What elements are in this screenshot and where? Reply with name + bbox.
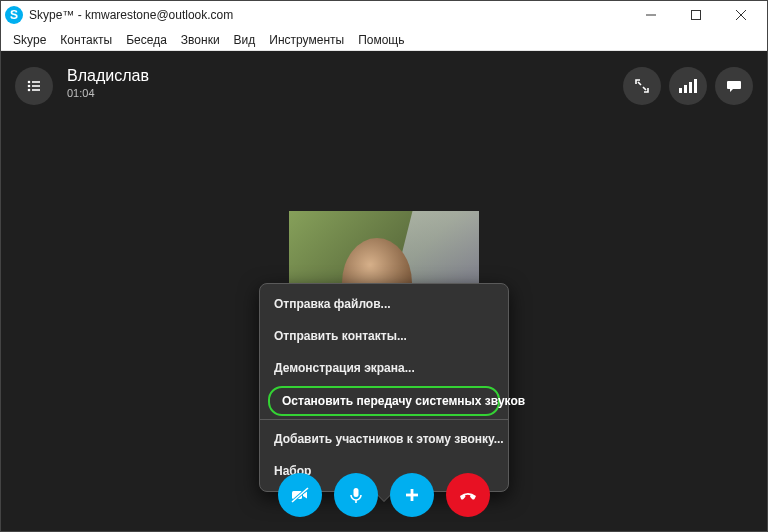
skype-logo-icon: S [5, 6, 23, 24]
chat-button[interactable] [715, 67, 753, 105]
chat-icon [726, 78, 742, 94]
menu-item-add-participants[interactable]: Добавить участников к этому звонку... [260, 423, 508, 455]
menu-help[interactable]: Помощь [352, 31, 410, 49]
svg-point-8 [28, 89, 31, 92]
svg-line-2 [736, 10, 746, 20]
menu-item-send-contacts[interactable]: Отправить контакты... [260, 320, 508, 352]
add-menu-button[interactable] [390, 473, 434, 517]
mic-icon [346, 485, 366, 505]
svg-rect-7 [32, 85, 40, 87]
app-window: S Skype™ - kmwarestone@outlook.com Skype… [0, 0, 768, 532]
title-bar: S Skype™ - kmwarestone@outlook.com [1, 1, 767, 29]
plus-icon [402, 485, 422, 505]
minimize-button[interactable] [628, 1, 673, 29]
call-area: Владислав 01:04 [1, 51, 767, 531]
svg-point-6 [28, 85, 31, 88]
plus-menu-popup: Отправка файлов... Отправить контакты...… [259, 283, 509, 492]
maximize-button[interactable] [673, 1, 718, 29]
menu-bar: Skype Контакты Беседа Звонки Вид Инструм… [1, 29, 767, 51]
call-controls [278, 473, 490, 517]
menu-tools[interactable]: Инструменты [263, 31, 350, 49]
hangup-icon [456, 483, 480, 507]
expand-icon [635, 79, 649, 93]
list-icon [26, 78, 42, 94]
menu-conversation[interactable]: Беседа [120, 31, 173, 49]
toggle-camera-button[interactable] [278, 473, 322, 517]
window-controls [628, 1, 763, 29]
fullscreen-button[interactable] [623, 67, 661, 105]
svg-rect-9 [32, 89, 40, 91]
menu-item-stop-system-sounds[interactable]: Остановить передачу системных звуков [268, 386, 500, 416]
close-button[interactable] [718, 1, 763, 29]
menu-skype[interactable]: Skype [7, 31, 52, 49]
signal-icon [679, 79, 697, 93]
svg-line-3 [736, 10, 746, 20]
svg-rect-13 [354, 488, 359, 497]
menu-view[interactable]: Вид [228, 31, 262, 49]
menu-contacts[interactable]: Контакты [54, 31, 118, 49]
call-header: Владислав 01:04 [1, 61, 767, 111]
toggle-mic-button[interactable] [334, 473, 378, 517]
menu-separator [260, 419, 508, 420]
conversation-list-button[interactable] [15, 67, 53, 105]
menu-calls[interactable]: Звонки [175, 31, 226, 49]
svg-point-4 [28, 81, 31, 84]
contact-name: Владислав [67, 67, 149, 85]
camera-off-icon [289, 484, 311, 506]
svg-rect-1 [691, 11, 700, 20]
menu-item-share-screen[interactable]: Демонстрация экрана... [260, 352, 508, 384]
menu-item-send-files[interactable]: Отправка файлов... [260, 288, 508, 320]
hangup-button[interactable] [446, 473, 490, 517]
svg-rect-5 [32, 81, 40, 83]
call-duration: 01:04 [67, 87, 149, 99]
call-quality-button[interactable] [669, 67, 707, 105]
window-title: Skype™ - kmwarestone@outlook.com [29, 8, 628, 22]
caller-info: Владислав 01:04 [67, 67, 149, 99]
